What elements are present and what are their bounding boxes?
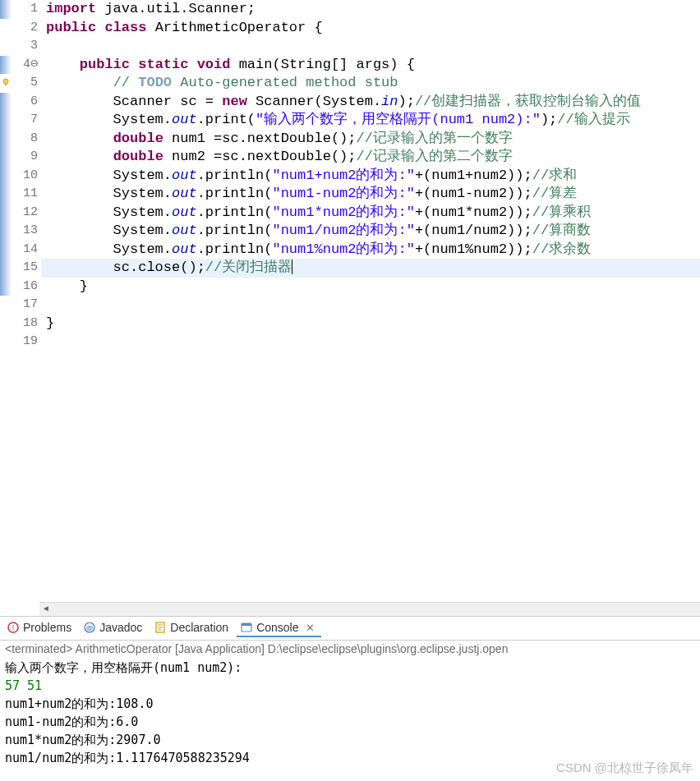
line-number: 1 [12,0,41,19]
folding-marker[interactable] [0,130,12,149]
bottom-panel: ! Problems @ Javadoc Declaration Console… [0,617,700,781]
code-content[interactable]: double num2 =sc.nextDouble();//记录输入的第二个数… [41,148,513,167]
code-line[interactable]: 4⊖ public static void main(String[] args… [0,56,700,75]
code-content[interactable]: System.out.println("num1/num2的和为:"+(num1… [41,222,591,241]
folding-marker[interactable] [0,278,12,296]
tab-label: Console [256,621,298,634]
console-line: num1*num2的和为:2907.0 [5,731,695,749]
code-content[interactable]: System.out.println("num1-num2的和为:"+(num1… [41,185,577,204]
tab-declaration[interactable]: Declaration [150,619,235,637]
code-line[interactable]: 10 System.out.println("num1+num2的和为:"+(n… [0,167,700,186]
terminated-status: <terminated> ArithmeticOperator [Java Ap… [0,641,700,657]
line-number: 10 [12,167,41,186]
code-line[interactable]: 7 System.out.print("输入两个数字，用空格隔开(num1 nu… [0,111,700,130]
views-tabbar: ! Problems @ Javadoc Declaration Console… [0,617,700,641]
tab-label: Javadoc [99,621,142,634]
code-line[interactable]: 18} [0,315,700,333]
code-content[interactable]: System.out.println("num1%num2的和为:"+(num1… [41,241,591,260]
folding-marker[interactable] [0,222,12,241]
console-output[interactable]: 输入两个数字，用空格隔开(num1 num2): 57 51 num1+num2… [0,657,700,769]
code-line[interactable]: 16 } [0,278,700,296]
code-content[interactable]: double num1 =sc.nextDouble();//记录输入的第一个数… [41,130,513,149]
line-number: 7 [12,111,41,130]
line-number: 4⊖ [12,56,41,75]
code-content[interactable]: } [41,315,54,333]
code-line[interactable]: 13 System.out.println("num1/num2的和为:"+(n… [0,222,700,241]
code-line[interactable]: 8 double num1 =sc.nextDouble();//记录输入的第一… [0,130,700,149]
code-editor[interactable]: 1import java.util.Scanner;2public class … [0,0,700,617]
folding-marker[interactable] [0,93,12,112]
code-content[interactable]: System.out.println("num1*num2的和为:"+(num1… [41,204,591,223]
close-icon[interactable]: ✕ [306,622,315,634]
tab-console[interactable]: Console ✕ [237,619,320,637]
code-content[interactable]: Scanner sc = new Scanner(System.in);//创建… [41,93,641,112]
folding-marker[interactable] [0,0,12,19]
console-input-line: 57 51 [5,677,695,695]
code-line[interactable]: 14 System.out.println("num1%num2的和为:"+(n… [0,241,700,260]
code-content[interactable] [41,333,46,351]
folding-marker[interactable] [0,204,12,223]
console-line: num1/num2的和为:1.1176470588235294 [5,749,695,767]
code-line[interactable]: 19 [0,333,700,351]
code-line[interactable]: 6 Scanner sc = new Scanner(System.in);//… [0,93,700,112]
line-number: 11 [12,185,41,204]
console-line: num1-num2的和为:6.0 [5,713,695,731]
tab-javadoc[interactable]: @ Javadoc [80,619,149,637]
folding-marker[interactable] [0,111,12,130]
code-line[interactable]: 1import java.util.Scanner; [0,0,700,19]
line-number: 19 [12,333,41,351]
line-number: 2 [12,19,41,38]
line-number: 12 [12,204,41,223]
code-content[interactable] [41,37,46,56]
horizontal-scrollbar[interactable]: ◄ ► [39,602,700,616]
folding-marker[interactable] [0,185,12,204]
code-content[interactable]: System.out.print("输入两个数字，用空格隔开(num1 num2… [41,111,630,130]
line-number: 18 [12,315,41,333]
folding-marker[interactable] [0,148,12,167]
code-line[interactable]: 15 sc.close();//关闭扫描器 [0,259,700,278]
scroll-left-icon[interactable]: ◄ [39,603,53,615]
line-number: 8 [12,130,41,149]
gutter-marker [0,333,12,351]
code-content[interactable]: public class ArithmeticOperator { [41,19,323,38]
code-line[interactable]: 9 double num2 =sc.nextDouble();//记录输入的第二… [0,148,700,167]
javadoc-icon: @ [83,621,96,634]
code-line[interactable]: 2public class ArithmeticOperator { [0,19,700,38]
folding-marker[interactable] [0,167,12,186]
line-number: 5 [12,74,41,93]
scroll-track[interactable] [53,603,687,616]
line-number: 6 [12,93,41,112]
svg-rect-11 [242,623,251,626]
code-content[interactable] [41,296,46,315]
gutter-marker [0,19,12,38]
code-line[interactable]: 17 [0,296,700,315]
line-number: 15 [12,259,41,278]
code-line[interactable]: 11 System.out.println("num1-num2的和为:"+(n… [0,185,700,204]
line-number: 14 [12,241,41,260]
svg-point-0 [3,79,8,84]
gutter-marker [0,296,12,315]
quickfix-icon[interactable] [0,74,12,93]
code-content[interactable]: } [41,278,88,296]
code-content[interactable]: // TODO Auto-generated method stub [41,74,398,93]
code-line[interactable]: 3 [0,37,700,56]
line-number: 3 [12,37,41,56]
svg-rect-1 [5,84,7,85]
line-number: 16 [12,278,41,296]
code-content[interactable]: System.out.println("num1+num2的和为:"+(num1… [41,167,577,186]
tab-problems[interactable]: ! Problems [3,619,78,637]
folding-marker[interactable] [0,259,12,278]
gutter-marker [0,37,12,56]
text-cursor [292,260,292,274]
code-line[interactable]: 12 System.out.println("num1*num2的和为:"+(n… [0,204,700,223]
svg-text:@: @ [86,624,93,632]
tab-label: Problems [23,621,71,634]
code-line[interactable]: 5 // TODO Auto-generated method stub [0,74,700,93]
tab-label: Declaration [170,621,228,634]
code-content[interactable]: sc.close();//关闭扫描器 [41,259,292,278]
code-content[interactable]: import java.util.Scanner; [41,0,256,19]
code-content[interactable]: public static void main(String[] args) { [41,56,415,75]
folding-marker[interactable] [0,241,12,260]
folding-marker[interactable] [0,56,12,75]
gutter-marker [0,315,12,333]
